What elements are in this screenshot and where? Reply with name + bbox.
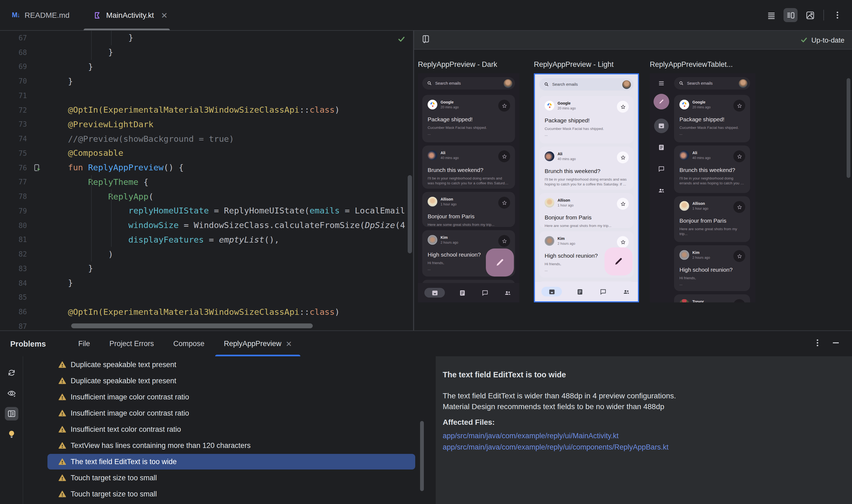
code-line[interactable]: 77 ReplyTheme { — [0, 175, 413, 190]
problem-item[interactable]: Touch target size too small — [48, 486, 415, 502]
editor-horizontal-scrollbar[interactable] — [71, 323, 313, 328]
code-line[interactable]: 71 — [0, 88, 413, 103]
email-sender: Ali — [692, 151, 710, 156]
nav-inbox-icon — [654, 119, 669, 133]
code-line[interactable]: 79 replyHomeUIState = ReplyHomeUIState(e… — [0, 204, 413, 218]
preview-title[interactable]: ReplyAppPreview - Dark — [418, 60, 519, 69]
minimize-icon[interactable] — [832, 338, 840, 349]
code-line[interactable]: 86@OptIn(ExperimentalMaterial3WindowSize… — [0, 305, 413, 319]
problem-item[interactable]: Duplicate speakable text present — [48, 357, 415, 373]
problem-item[interactable]: TextView has lines containing more than … — [48, 437, 415, 453]
tab-replyapppreview[interactable]: ReplyAppPreview✕ — [214, 331, 302, 356]
email-body: Here are some great shots from my trip..… — [545, 223, 628, 228]
line-number: 79 — [0, 207, 27, 215]
code-lines: 67 }68 }69 }70}7172@OptIn(ExperimentalMa… — [0, 31, 413, 330]
code-line[interactable]: 83 } — [0, 262, 413, 276]
preview-eye-icon[interactable] — [4, 386, 18, 400]
phone-preview-light[interactable]: Search emailsGoogle20 mins agoPackage sh… — [534, 73, 639, 302]
preview-layout-icon[interactable] — [422, 34, 431, 46]
email-body: I'll be in your neighborhood doing erran… — [545, 177, 628, 186]
email-card: Trevor2 hours ago — [674, 294, 750, 302]
problems-list: Duplicate speakable text presentDuplicat… — [23, 356, 426, 504]
code-line[interactable]: 73@PreviewLightDark — [0, 117, 413, 132]
problem-item[interactable]: Insufficient image color contrast ratio — [48, 405, 415, 421]
run-preview-icon[interactable] — [27, 164, 68, 172]
code-line[interactable]: 68 } — [0, 45, 413, 60]
tab-project-errors[interactable]: Project Errors — [100, 331, 164, 356]
code-line[interactable]: 78 ReplyApp( — [0, 190, 413, 204]
code-line[interactable]: 76fun ReplyAppPreview() { — [0, 161, 413, 175]
code-line[interactable]: 72@OptIn(ExperimentalMaterial3WindowSize… — [0, 103, 413, 118]
tab-compose[interactable]: Compose — [164, 331, 214, 356]
code-line[interactable]: 70} — [0, 74, 413, 89]
star-icon — [498, 150, 510, 162]
code-line[interactable]: 85 — [0, 290, 413, 305]
problem-item[interactable]: The text field EditText is too wide — [48, 454, 415, 469]
warning-icon — [58, 490, 66, 498]
star-icon — [733, 150, 745, 162]
avatar — [428, 150, 437, 160]
code-line[interactable]: 74//@Preview(showBackground = true) — [0, 132, 413, 146]
problem-text: Duplicate speakable text present — [71, 377, 176, 385]
problems-list-scrollbar[interactable] — [420, 421, 424, 491]
preview-scrollbar[interactable] — [847, 78, 850, 178]
editor-only-view-icon[interactable] — [764, 8, 778, 22]
affected-file-link[interactable]: app/src/main/java/com/example/reply/ui/c… — [443, 442, 852, 453]
code-line[interactable]: 75@Composable — [0, 146, 413, 161]
tab-readme[interactable]: M↓ README.md — [0, 0, 82, 30]
preview-title[interactable]: ReplyAppPreview - Light — [534, 60, 639, 69]
preview-title[interactable]: ReplyAppPreviewTablet... — [650, 60, 756, 69]
tab-file[interactable]: File — [69, 331, 100, 356]
star-icon — [733, 100, 745, 112]
email-sender: Google — [692, 100, 710, 105]
code-line[interactable]: 81 displayFeatures = emptyList(), — [0, 233, 413, 247]
code-text: } — [68, 278, 73, 288]
details-layout-icon[interactable] — [4, 407, 18, 420]
avatar — [428, 100, 437, 109]
avatar — [679, 150, 689, 160]
problem-item[interactable]: Insufficient image color contrast ratio — [48, 389, 415, 405]
warning-icon — [58, 442, 66, 450]
code-text: @Composable — [68, 148, 123, 158]
code-text: } — [68, 33, 134, 43]
line-number: 76 — [0, 164, 27, 172]
avatar — [504, 79, 512, 88]
warning-icon — [58, 458, 66, 466]
split-view-icon[interactable] — [783, 8, 798, 22]
code-line[interactable]: 82 ) — [0, 247, 413, 262]
star-icon — [617, 151, 629, 163]
star-icon — [733, 250, 745, 262]
editor-vertical-scrollbar[interactable] — [408, 175, 412, 253]
email-sender: Ali — [557, 152, 575, 157]
email-body-more: ... — [428, 131, 510, 135]
nav-articles-icon — [575, 287, 585, 297]
code-text: ReplyApp( — [68, 192, 154, 201]
lightbulb-icon[interactable] — [4, 428, 18, 441]
tab-mainactivity[interactable]: MainActivity.kt ✕ — [82, 0, 180, 30]
more-vertical-icon[interactable] — [813, 338, 822, 349]
design-view-icon[interactable] — [803, 8, 817, 22]
code-editor[interactable]: 67 }68 }69 }70}7172@OptIn(ExperimentalMa… — [0, 31, 413, 330]
email-body: Cucumber Mask Facial has shipped. — [679, 125, 745, 130]
email-body: I'll be in your neighborhood doing erran… — [428, 176, 510, 185]
line-number: 82 — [0, 250, 27, 258]
close-icon[interactable]: ✕ — [161, 11, 168, 19]
phone-preview-tablet[interactable]: Search emailsGoogle20 mins agoPackage sh… — [650, 73, 756, 302]
problem-item[interactable]: Duplicate speakable text present — [48, 373, 415, 389]
code-text: } — [68, 76, 73, 86]
inspections-ok-icon[interactable] — [397, 35, 406, 43]
refresh-icon[interactable] — [4, 366, 18, 379]
code-line[interactable]: 69 } — [0, 59, 413, 74]
phone-preview-dark[interactable]: Search emailsGoogle20 mins agoPackage sh… — [418, 73, 519, 302]
email-time: 2 hours ago — [692, 255, 710, 259]
nav-articles-icon — [457, 288, 467, 298]
code-line[interactable]: 80 windowSize = WindowSizeClass.calculat… — [0, 218, 413, 233]
close-icon[interactable]: ✕ — [285, 339, 292, 348]
more-vertical-icon[interactable] — [831, 8, 845, 22]
code-line[interactable]: 67 } — [0, 31, 413, 45]
affected-file-link[interactable]: app/src/main/java/com/example/reply/ui/M… — [443, 430, 852, 442]
code-line[interactable]: 84} — [0, 276, 413, 290]
problem-detail-body: The text field EditText is wider than 48… — [443, 390, 852, 412]
problem-item[interactable]: Touch target size too small — [48, 470, 415, 486]
problem-item[interactable]: Insufficient text color contrast ratio — [48, 421, 415, 437]
